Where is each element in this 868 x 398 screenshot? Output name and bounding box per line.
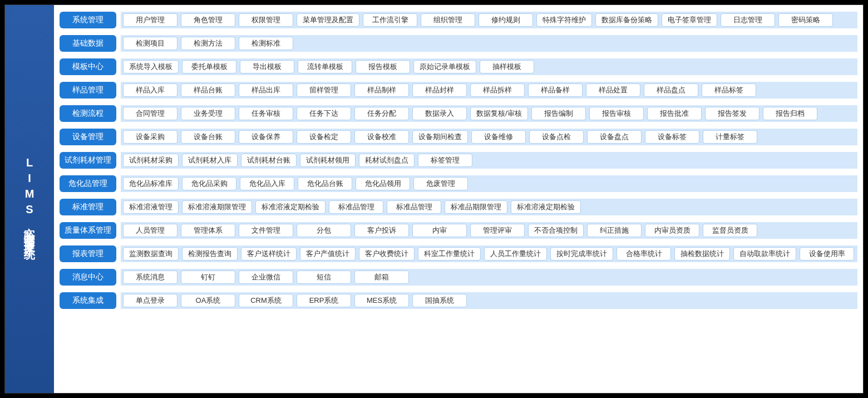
module-item: 标准溶液定期检验 [255,200,326,214]
module-item: 样品处置 [586,83,640,97]
module-row: 报表管理监测数据查询检测报告查询客户送样统计客户产值统计客户收费统计科室工作量统… [60,245,857,262]
module-item: 权限管理 [239,13,293,27]
category-label: 系统集成 [60,292,116,309]
module-item: MES系统 [354,294,409,307]
module-item: 样品制样 [354,83,409,97]
module-item: 试剂耗材入库 [182,154,238,167]
content-area: 系统管理用户管理角色管理权限管理菜单管理及配置工作流引擎组织管理修约规则特殊字符… [54,5,863,393]
module-item: 试剂耗材领用 [300,154,356,167]
module-item: 设备点检 [529,130,584,144]
module-item: 报告模板 [356,60,410,73]
module-item: 标准溶液管理 [123,200,179,214]
module-item: 试剂耗材台账 [241,154,297,167]
sidebar: LIMS实验室管理系统 [5,5,54,393]
module-item: 设备使用率 [800,247,854,261]
module-item: 按时完成率统计 [550,247,613,261]
module-item: 科室工作量统计 [418,247,481,261]
module-item: 数据复核/审核 [470,107,528,120]
module-item: 检测项目 [123,37,177,50]
module-row: 危化品管理危化品标准库危化品采购危化品入库危化品台账危化品领用危废管理 [60,175,857,192]
sidebar-title: LIMS实验室管理系统 [22,156,37,242]
module-item: 企业微信 [239,271,293,284]
module-item: 抽样模板 [480,60,534,73]
module-item: 样品备样 [528,83,583,97]
module-item: 检测报告查询 [182,247,238,261]
items-container: 监测数据查询检测报告查询客户送样统计客户产值统计客户收费统计科室工作量统计人员工… [121,245,857,262]
module-item: 标准品管理 [387,200,441,214]
module-item: 抽检数据统计 [674,247,730,261]
module-row: 消息中心系统消息钉钉企业微信短信邮箱 [60,269,857,286]
module-item: 合格率统计 [617,247,671,261]
module-row: 模板中心系统导入模板委托单模板导出模板流转单模板报告模板原始记录单模板抽样模板 [60,58,857,75]
items-container: 人员管理管理体系文件管理分包客户投诉内审管理评审不否合项控制纠正措施内审员资质监… [121,222,857,239]
module-item: CRM系统 [239,294,293,307]
module-item: 设备台账 [181,130,235,144]
items-container: 用户管理角色管理权限管理菜单管理及配置工作流引擎组织管理修约规则特殊字符维护数据… [121,12,857,28]
module-item: 国抽系统 [412,294,467,307]
module-row: 基础数据检测项目检测方法检测标准 [60,35,857,52]
category-label: 模板中心 [60,58,116,75]
module-item: 报告编制 [531,107,586,120]
category-label: 消息中心 [60,269,116,286]
module-item: 样品入库 [123,83,177,97]
module-item: 内审 [412,224,467,237]
module-item: 检测标准 [239,37,293,50]
module-item: 密码策略 [778,13,833,27]
module-item: 原始记录单模板 [413,60,476,73]
module-item: 监测数据查询 [123,247,179,261]
module-item: 危废管理 [413,177,468,190]
items-container: 系统导入模板委托单模板导出模板流转单模板报告模板原始记录单模板抽样模板 [121,58,857,75]
module-item: ERP系统 [297,294,351,307]
module-item: 设备检定 [297,130,351,144]
module-item: 样品封样 [412,83,467,97]
items-container: 系统消息钉钉企业微信短信邮箱 [121,269,857,286]
module-item: 客户投诉 [354,224,409,237]
module-item: OA系统 [181,294,235,307]
module-item: 危化品台账 [298,177,352,190]
module-item: 人员工作量统计 [484,247,547,261]
module-row: 样品管理样品入库样品台账样品出库留样管理样品制样样品封样样品拆样样品备样样品处置… [60,82,857,99]
items-container: 样品入库样品台账样品出库留样管理样品制样样品封样样品拆样样品备样样品处置样品盘点… [121,82,857,99]
category-label: 质量体系管理 [60,222,116,239]
module-item: 样品盘点 [644,83,698,97]
category-label: 设备管理 [60,129,116,145]
module-item: 设备保养 [239,130,293,144]
module-item: 日志管理 [721,13,775,27]
module-item: 样品出库 [239,83,293,97]
module-item: 特殊字符维护 [536,13,592,27]
module-item: 数据库备份策略 [595,13,658,27]
module-item: 试剂耗材采购 [123,154,179,167]
module-item: 危化品领用 [356,177,410,190]
module-item: 样品拆样 [470,83,525,97]
category-label: 危化品管理 [60,175,116,192]
module-row: 系统集成单点登录OA系统CRM系统ERP系统MES系统国抽系统 [60,292,857,309]
module-row: 质量体系管理人员管理管理体系文件管理分包客户投诉内审管理评审不否合项控制纠正措施… [60,222,857,239]
module-item: 危化品采购 [182,177,236,190]
items-container: 设备采购设备台账设备保养设备检定设备校准设备期间检查设备维修设备点检设备盘点设备… [121,129,857,145]
items-container: 危化品标准库危化品采购危化品入库危化品台账危化品领用危废管理 [121,175,857,192]
module-item: 内审员资质 [645,224,699,237]
module-item: 危化品标准库 [123,177,179,190]
module-item: 邮箱 [354,271,409,284]
module-item: 设备期间检查 [412,130,468,144]
module-item: 报告签发 [705,107,760,120]
category-label: 检测流程 [60,105,116,122]
category-label: 标准管理 [60,199,116,215]
module-item: 监督员资质 [703,224,757,237]
module-item: 角色管理 [181,13,235,27]
module-item: 委托单模板 [182,60,236,73]
module-item: 留样管理 [297,83,351,97]
module-item: 用户管理 [123,13,177,27]
module-item: 人员管理 [123,224,177,237]
category-label: 样品管理 [60,82,116,99]
module-item: 任务下达 [297,107,351,120]
items-container: 检测项目检测方法检测标准 [121,35,857,52]
module-item: 客户送样统计 [241,247,297,261]
module-item: 设备标签 [645,130,699,144]
module-row: 标准管理标准溶液管理标准溶液期限管理标准溶液定期检验标准品管理标准品管理标准品期… [60,199,857,215]
module-item: 合同管理 [123,107,177,120]
lims-architecture-diagram: LIMS实验室管理系统 系统管理用户管理角色管理权限管理菜单管理及配置工作流引擎… [4,4,864,394]
module-item: 自动取款率统计 [733,247,796,261]
module-item: 菜单管理及配置 [297,13,359,27]
module-row: 检测流程合同管理业务受理任务审核任务下达任务分配数据录入数据复核/审核报告编制报… [60,105,857,122]
